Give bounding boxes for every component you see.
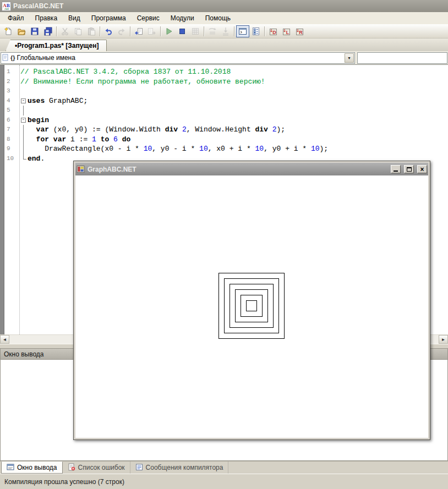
breakpoint-gutter[interactable]	[0, 65, 4, 334]
line-number: 3	[5, 86, 19, 96]
code-segment: div	[255, 125, 268, 134]
scroll-left-arrow-icon[interactable]: ◄	[0, 335, 9, 344]
code-segment	[109, 135, 113, 144]
code-segment: i :=	[66, 135, 92, 144]
convert-r-button[interactable]: R	[293, 25, 306, 37]
new-file-button[interactable]	[2, 25, 15, 37]
paste-icon	[87, 27, 96, 36]
redo-icon	[117, 27, 126, 36]
scroll-right-arrow-icon[interactable]: ►	[439, 335, 448, 344]
graph-canvas	[75, 175, 428, 438]
line-number: 6	[5, 116, 19, 125]
code-line[interactable]	[20, 106, 448, 116]
main-title-bar: AB.net PascalABC.NET	[0, 0, 448, 12]
bottom-tab-1[interactable]: Окно вывода	[1, 461, 63, 474]
run-icon	[165, 27, 173, 36]
undo-button[interactable]	[102, 25, 115, 37]
code-segment: begin	[28, 116, 49, 124]
bottom-tab-3[interactable]: Сообщения компилятора	[130, 461, 229, 474]
console-window-button[interactable]	[236, 25, 249, 37]
code-line[interactable]	[20, 86, 448, 96]
open-file-icon	[17, 27, 26, 36]
svg-text:R: R	[299, 30, 303, 35]
navigate-forward-button	[145, 25, 159, 37]
navigator-bar: {} Глобальные имена ▼	[0, 51, 448, 65]
compiler-messages-icon	[135, 463, 143, 472]
code-segment	[268, 125, 272, 134]
line-number: 4	[5, 96, 19, 106]
code-line[interactable]: DrawRectangle(x0 - i * 10, y0 - i * 10, …	[20, 144, 448, 154]
line-number: 5	[5, 106, 19, 116]
graphabc-title-bar[interactable]: GraphABC.NET ×	[75, 163, 428, 175]
menu-item-3[interactable]: Вид	[63, 13, 86, 24]
console-window-icon	[238, 27, 247, 36]
names-combobox[interactable]: {} Глобальные имена ▼	[1, 52, 355, 64]
code-line[interactable]: var (x0, y0) := (Window.Width div 2, Win…	[20, 125, 448, 135]
svg-text:L: L	[286, 30, 289, 35]
code-line[interactable]: for var i := 1 to 6 do	[20, 135, 448, 145]
members-combobox[interactable]	[357, 52, 447, 64]
code-line[interactable]: -begin	[20, 116, 448, 125]
code-segment: .	[40, 155, 45, 163]
collapse-minus-icon[interactable]: -	[21, 118, 26, 123]
bottom-tab-bar: Окно выводаСписок ошибокСообщения компил…	[0, 461, 448, 474]
fold-guide-line	[20, 106, 28, 116]
copy-icon	[74, 27, 83, 36]
toolbar-separator	[130, 26, 130, 36]
stop-button[interactable]	[176, 25, 189, 37]
redo-button	[115, 25, 128, 37]
menu-item-4[interactable]: Программа	[86, 13, 132, 24]
undo-icon	[104, 27, 113, 36]
code-area[interactable]: // PascalABC.NET 3.4.2, сборка 1837 от 1…	[20, 67, 448, 163]
save-all-button[interactable]	[41, 25, 54, 37]
drawn-rectangle	[218, 273, 285, 339]
code-segment: , y0 - i *	[152, 145, 199, 153]
braces-glyph: {}	[10, 54, 15, 61]
menu-item-7[interactable]: Помощь	[200, 13, 236, 24]
menu-item-1[interactable]: Файл	[2, 13, 30, 24]
toolbar-separator	[264, 26, 265, 36]
convert-d-button[interactable]: D	[266, 25, 280, 37]
code-line[interactable]: // PascalABC.NET 3.4.2, сборка 1837 от 1…	[20, 67, 448, 77]
menu-item-5[interactable]: Сервис	[132, 13, 165, 24]
run-button[interactable]	[162, 25, 176, 37]
open-file-button[interactable]	[15, 25, 28, 37]
code-segment: div	[165, 125, 178, 134]
code-segment: 10	[311, 145, 320, 153]
close-button[interactable]: ×	[417, 165, 427, 173]
code-segment: );	[277, 125, 286, 134]
code-segment	[28, 135, 36, 144]
document-tab[interactable]: •Program1.pas* [Запущен]	[6, 40, 107, 51]
fold-toggle: -	[20, 96, 28, 106]
maximize-button[interactable]	[404, 165, 414, 173]
code-segment: // PascalABC.NET 3.4.2, сборка 1837 от 1…	[20, 68, 231, 76]
fold-guide-line	[20, 125, 28, 135]
code-line[interactable]: // Внимание! Если программа не работает,…	[20, 77, 448, 87]
navigate-back-button[interactable]	[132, 25, 145, 37]
save-file-button[interactable]	[28, 25, 41, 37]
menu-item-6[interactable]: Модули	[165, 13, 200, 24]
menu-item-2[interactable]: Правка	[30, 13, 63, 24]
code-segment: do	[122, 135, 131, 144]
code-segment: // Внимание! Если программа не работает,…	[20, 78, 265, 86]
combobox-dropdown-arrow-icon[interactable]: ▼	[345, 53, 354, 63]
line-number: 9	[5, 144, 19, 154]
minimize-button[interactable]	[391, 165, 401, 173]
code-segment: , y0 + i *	[264, 145, 311, 153]
convert-l-icon: L	[282, 27, 291, 36]
save-file-icon	[30, 27, 39, 36]
modules-list-button[interactable]	[249, 25, 263, 37]
pascalabc-logo-icon: AB.net	[2, 2, 11, 11]
convert-l-button[interactable]: L	[280, 25, 293, 37]
code-segment: 2	[182, 125, 187, 134]
bottom-tab-2[interactable]: Список ошибок	[63, 461, 130, 474]
minimize-icon	[394, 171, 398, 172]
code-segment: 1	[92, 135, 96, 144]
code-segment	[178, 125, 182, 134]
code-line[interactable]: -uses GraphABC;	[20, 96, 448, 106]
graphabc-title: GraphABC.NET	[88, 166, 387, 173]
code-segment: , x0 + i *	[208, 145, 255, 153]
code-segment: 2	[272, 125, 277, 134]
code-segment: 6	[113, 135, 118, 144]
collapse-minus-icon[interactable]: -	[21, 98, 26, 103]
